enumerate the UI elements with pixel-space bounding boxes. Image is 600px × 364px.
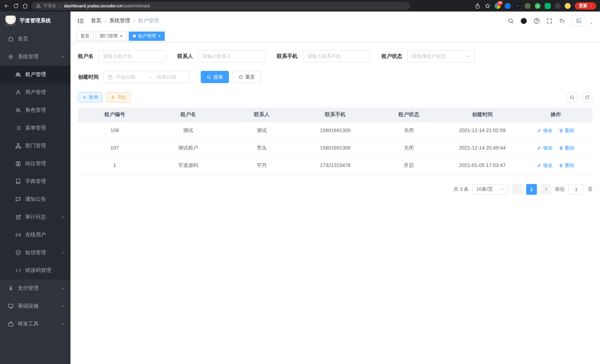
- search-icon[interactable]: [508, 18, 514, 24]
- chat-bubble-icon: [15, 196, 21, 202]
- sidebar-item-role[interactable]: 角色管理: [0, 101, 71, 119]
- browser-home-icon[interactable]: [22, 3, 28, 9]
- col-tenant-id: 租户编号: [78, 108, 151, 122]
- edit-link[interactable]: 修改: [537, 145, 553, 151]
- tab-dept[interactable]: 部门管理 ×: [96, 31, 127, 41]
- extension-icon[interactable]: [505, 3, 511, 9]
- back-icon[interactable]: [4, 3, 10, 9]
- status-select[interactable]: 请选择租户状态: [407, 50, 475, 62]
- user-avatar[interactable]: [572, 15, 586, 26]
- home-icon: [8, 36, 14, 42]
- font-size-icon[interactable]: [559, 18, 565, 24]
- table-toolbar: 新增 导出: [78, 92, 593, 103]
- extension-icon[interactable]: [555, 3, 561, 9]
- prev-page-button[interactable]: [512, 184, 523, 195]
- app-logo[interactable]: 芋道管理系统: [0, 11, 71, 30]
- col-status: 租户状态: [372, 108, 445, 122]
- calendar-icon: [108, 75, 113, 80]
- delete-link[interactable]: 删除: [559, 127, 575, 134]
- page-1-button[interactable]: 1: [526, 184, 537, 195]
- export-button[interactable]: 导出: [106, 92, 131, 103]
- status-text: 关闭: [372, 122, 445, 139]
- sidebar-item-post[interactable]: 岗位管理: [0, 155, 71, 173]
- extension-badge: 10: [497, 1, 503, 5]
- close-icon[interactable]: ×: [120, 34, 122, 38]
- extension-icon[interactable]: [515, 3, 521, 9]
- security-label: 不安全: [43, 3, 56, 9]
- table-row: 1 芋道源码 芋艿 17321315478 开启 2021-01-05 17:0…: [78, 157, 593, 174]
- extension-icon[interactable]: 10: [495, 3, 501, 9]
- pagination: 共 3 条 10条/页 1 前往 页: [78, 184, 593, 195]
- github-icon[interactable]: [520, 17, 527, 24]
- add-button[interactable]: 新增: [78, 92, 103, 103]
- tab-tenant[interactable]: 租户管理 ×: [129, 31, 165, 41]
- edit-document-icon: [15, 214, 21, 220]
- sidebar-item-user[interactable]: 用户管理: [0, 84, 71, 101]
- chevron-right-icon: [544, 187, 548, 191]
- goto-label: 前往: [555, 186, 565, 193]
- delete-link[interactable]: 删除: [559, 145, 575, 151]
- sidebar-item-system[interactable]: 系统管理: [0, 48, 71, 66]
- edit-link[interactable]: 修改: [537, 162, 553, 169]
- sidebar-item-dept[interactable]: 部门管理: [0, 137, 71, 155]
- reset-button[interactable]: 重置: [233, 71, 261, 83]
- tenant-table: 租户编号 租户名 联系人 联系手机 租户状态 创建时间 操作 108 测试: [78, 108, 593, 174]
- trash-icon: [559, 128, 563, 133]
- browser-menu-icon[interactable]: [589, 4, 593, 8]
- sidebar-item-notice[interactable]: 通知公告: [0, 190, 71, 208]
- page-size-select[interactable]: 10条/页: [472, 184, 508, 195]
- extension-icon[interactable]: y: [535, 3, 541, 9]
- breadcrumb: 首页 / 系统管理 / 租户管理: [91, 18, 159, 24]
- search-button[interactable]: 搜索: [201, 71, 229, 83]
- close-icon[interactable]: ×: [158, 34, 161, 38]
- chevron-left-icon: [515, 187, 519, 191]
- sidebar-item-infrastructure[interactable]: 基础设施: [0, 297, 71, 315]
- sidebar-item-menu[interactable]: 菜单管理: [0, 119, 71, 137]
- help-icon[interactable]: [534, 18, 540, 24]
- sidebar-item-home[interactable]: 首页: [0, 30, 71, 48]
- edit-link[interactable]: 修改: [537, 127, 553, 134]
- chevron-up-icon: [61, 55, 65, 59]
- extension-icon[interactable]: [565, 3, 571, 9]
- extension-icon[interactable]: [525, 3, 531, 9]
- reload-icon[interactable]: [13, 3, 19, 9]
- extension-icon[interactable]: [545, 3, 551, 9]
- code-icon: [15, 268, 21, 273]
- table-row: 108 测试 测试 15601691300 关闭 2021-12-14 21:0…: [78, 122, 593, 139]
- delete-link[interactable]: 删除: [559, 162, 575, 169]
- breadcrumb-section[interactable]: 系统管理: [109, 18, 130, 24]
- chevron-down-icon: [500, 187, 505, 191]
- sidebar-item-audit-log[interactable]: 审计日志: [0, 208, 71, 226]
- tenant-page: 租户名 联系人 联系手机 租户状态 请选择租户状态: [71, 42, 600, 364]
- share-icon[interactable]: [475, 3, 480, 9]
- sidebar-item-dict[interactable]: 字典管理: [0, 173, 71, 190]
- org-tree-icon: [15, 143, 21, 149]
- browser-chrome: 不安全 dashboard.yudao.iocoder.cn/system/te…: [0, 0, 600, 11]
- toggle-search-button[interactable]: [566, 92, 577, 103]
- search-icon: [569, 95, 574, 100]
- sidebar-item-tenant[interactable]: 租户管理: [0, 66, 71, 84]
- update-button[interactable]: 更新: [575, 2, 596, 9]
- fullscreen-icon[interactable]: [546, 18, 553, 24]
- sidebar-item-online-users[interactable]: 在线用户: [0, 226, 71, 244]
- address-bar[interactable]: 不安全 dashboard.yudao.iocoder.cn/system/te…: [32, 2, 410, 10]
- create-time-range-picker[interactable]: 开始日期 - 结束日期: [103, 71, 190, 83]
- avatar-caret-icon[interactable]: [589, 21, 593, 26]
- tenant-name-input[interactable]: [98, 50, 166, 62]
- bookmark-star-icon[interactable]: [485, 3, 490, 9]
- refresh-table-button[interactable]: [581, 92, 593, 103]
- breadcrumb-home[interactable]: 首页: [91, 18, 101, 24]
- collapse-sidebar-icon[interactable]: [77, 17, 84, 24]
- sidebar-item-sms[interactable]: 短信管理: [0, 244, 71, 261]
- tags-view-bar: 首页 部门管理 × 租户管理 ×: [71, 30, 600, 42]
- goto-page-input[interactable]: [568, 184, 584, 195]
- sidebar-item-error-code[interactable]: 错误码管理: [0, 261, 71, 280]
- phone-input[interactable]: [302, 50, 370, 62]
- contact-input[interactable]: [198, 50, 266, 62]
- sidebar-item-dev-tools[interactable]: 研发工具: [0, 315, 71, 333]
- url-text: dashboard.yudao.iocoder.cn/system/tenant: [64, 3, 150, 8]
- next-page-button[interactable]: [541, 184, 551, 195]
- sidebar-item-payment[interactable]: 支付管理: [0, 280, 71, 297]
- broken-image-icon: [576, 18, 582, 24]
- tab-home[interactable]: 首页: [76, 31, 94, 41]
